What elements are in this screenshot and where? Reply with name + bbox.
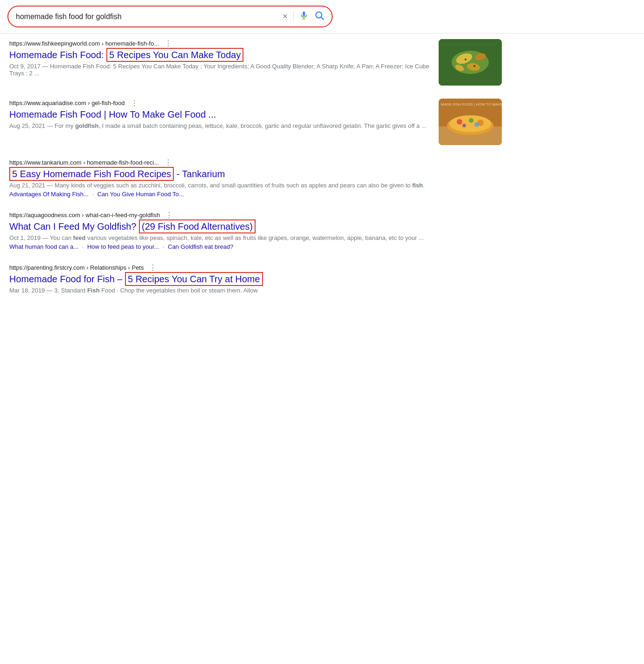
result-url-row: https://www.aquariadise.com › gel-fish-f… — [9, 99, 431, 107]
sublink-separator: · — [92, 191, 95, 198]
search-input[interactable] — [16, 13, 283, 21]
result-menu-icon[interactable]: ⋮ — [164, 158, 172, 167]
result-title-suffix: - Tankarium — [174, 169, 225, 179]
results-container: https://www.fishkeepingworld.com › homem… — [0, 35, 511, 312]
result-date: Mar 18, 2019 — 3. Standard Fish Food · C… — [9, 287, 502, 294]
result-url: https://aquagoodness.com › what-can-i-fe… — [9, 212, 160, 219]
result-date: Oct 9, 2017 — Homemade Fish Food: 5 Reci… — [9, 63, 431, 77]
result-date: Oct 1, 2019 — You can feed various veget… — [9, 234, 502, 241]
result-url: https://parenting.firstcry.com › Relatio… — [9, 264, 144, 271]
result-title-highlight: 5 Recipes You Can Try at Home — [125, 272, 263, 286]
svg-point-10 — [473, 65, 475, 67]
result-menu-icon[interactable]: ⋮ — [165, 211, 173, 219]
result-title-highlight: (29 Fish Food Alternatives) — [139, 219, 256, 233]
sublink[interactable]: Advantages Of Making Fish... — [9, 191, 89, 198]
result-item: https://www.aquariadise.com › gel-fish-f… — [9, 99, 502, 145]
result-content: https://www.aquariadise.com › gel-fish-f… — [9, 99, 431, 130]
result-content: https://aquagoodness.com › what-can-i-fe… — [9, 211, 502, 250]
result-title-prefix: Homemade Food for Fish – — [9, 274, 125, 284]
result-content: https://www.fishkeepingworld.com › homem… — [9, 39, 431, 78]
result-title-text: Homemade Fish Food | How To Make Gel Foo… — [9, 109, 216, 120]
result-item: https://parenting.firstcry.com › Relatio… — [9, 263, 502, 295]
result-url-row: https://aquagoodness.com › what-can-i-fe… — [9, 211, 502, 219]
result-menu-icon[interactable]: ⋮ — [131, 99, 138, 107]
result-title[interactable]: Homemade Food for Fish – 5 Recipes You C… — [9, 273, 502, 285]
svg-line-2 — [321, 17, 323, 20]
result-title[interactable]: What Can I Feed My Goldfish? (29 Fish Fo… — [9, 220, 502, 232]
search-bar: × — [7, 6, 333, 27]
search-icons: × — [283, 10, 324, 23]
result-title[interactable]: Homemade Fish Food: 5 Recipes You Can Ma… — [9, 49, 431, 61]
svg-text:MADE FISH FOOD | HOW TO MAKE G: MADE FISH FOOD | HOW TO MAKE GE... — [441, 102, 502, 106]
svg-point-14 — [449, 115, 491, 132]
result-item: https://www.fishkeepingworld.com › homem… — [9, 39, 502, 86]
sublink[interactable]: How to feed peas to your... — [87, 243, 159, 250]
search-bar-container: × — [0, 0, 644, 33]
result-title-prefix: What Can I Feed My Goldfish? — [9, 221, 139, 232]
result-url: https://www.fishkeepingworld.com › homem… — [9, 40, 159, 47]
svg-point-19 — [474, 122, 479, 127]
result-url: https://www.tankarium.com › homemade-fis… — [9, 159, 159, 166]
result-item: https://www.tankarium.com › homemade-fis… — [9, 158, 502, 198]
clear-icon[interactable]: × — [283, 12, 288, 21]
result-url-row: https://www.fishkeepingworld.com › homem… — [9, 39, 431, 48]
result-item: https://aquagoodness.com › what-can-i-fe… — [9, 211, 502, 250]
result-title-highlight: 5 Recipes You Can Make Today — [106, 48, 243, 62]
result-url-row: https://parenting.firstcry.com › Relatio… — [9, 263, 502, 272]
result-title-highlight: 5 Easy Homemade Fish Food Recipes — [9, 167, 174, 181]
sublink-separator: · — [163, 243, 166, 250]
result-title[interactable]: Homemade Fish Food | How To Make Gel Foo… — [9, 108, 431, 120]
result-date: Aug 21, 2021 — Many kinds of veggies suc… — [9, 182, 502, 189]
result-thumbnail — [439, 39, 502, 86]
sublink[interactable]: What human food can a... — [9, 243, 79, 250]
result-content: https://parenting.firstcry.com › Relatio… — [9, 263, 502, 295]
result-menu-icon[interactable]: ⋮ — [164, 39, 172, 48]
result-sublinks: What human food can a... · How to feed p… — [9, 243, 502, 250]
svg-point-18 — [462, 124, 466, 127]
result-sublinks: Advantages Of Making Fish... · Can You G… — [9, 191, 502, 198]
result-url: https://www.aquariadise.com › gel-fish-f… — [9, 100, 125, 106]
result-title-prefix: Homemade Fish Food: — [9, 50, 106, 60]
result-date: Aug 25, 2021 — For my goldfish, I made a… — [9, 122, 431, 129]
result-url-row: https://www.tankarium.com › homemade-fis… — [9, 158, 502, 167]
sublink[interactable]: Can You Give Human Food To... — [97, 191, 184, 198]
svg-rect-0 — [303, 12, 305, 16]
result-content: https://www.tankarium.com › homemade-fis… — [9, 158, 502, 198]
search-icon[interactable] — [314, 10, 324, 23]
sublink-separator: · — [82, 243, 85, 250]
sublink[interactable]: Can Goldfish eat bread? — [168, 243, 233, 250]
result-title[interactable]: 5 Easy Homemade Fish Food Recipes - Tank… — [9, 168, 502, 180]
mic-icon[interactable] — [299, 11, 309, 22]
result-menu-icon[interactable]: ⋮ — [149, 263, 157, 272]
svg-point-9 — [465, 59, 467, 60]
result-thumbnail: MADE FISH FOOD | HOW TO MAKE GE... — [439, 99, 502, 145]
divider — [293, 11, 294, 22]
svg-point-15 — [457, 119, 462, 125]
svg-point-16 — [469, 118, 473, 123]
